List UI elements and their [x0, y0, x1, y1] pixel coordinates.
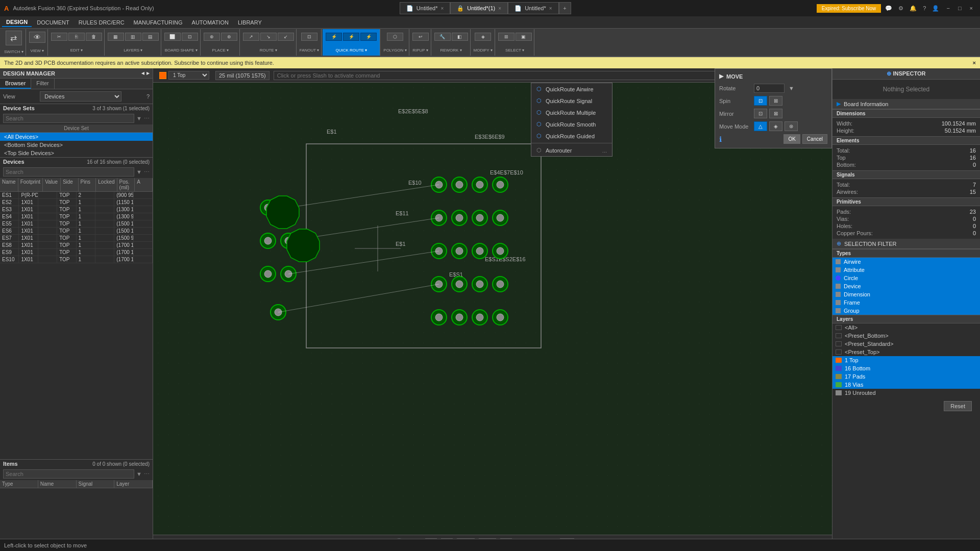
layer-1-top[interactable]: 1 Top [832, 356, 980, 364]
ok-button[interactable]: OK [783, 134, 800, 144]
menu-rules[interactable]: RULES DRC/ERC [75, 18, 129, 27]
filter-airwire[interactable]: Airwire [832, 258, 980, 266]
ripup-btn[interactable]: ↩ [412, 33, 429, 41]
table-row[interactable]: ES91X01TOP1(1700 1... [0, 249, 153, 256]
tab-browser[interactable]: Browser [0, 79, 31, 89]
dm-collapse-icon[interactable]: ▸ [146, 70, 150, 77]
close-button[interactable]: × [967, 4, 976, 12]
route-btn3[interactable]: ↙ [278, 33, 294, 41]
device-sets-search[interactable] [3, 114, 134, 123]
items-search-dropdown[interactable]: ▼ [136, 471, 142, 477]
board-btn2[interactable]: ⊡ [182, 33, 198, 41]
move-expand-icon[interactable]: ▶ [719, 73, 723, 80]
modify-btn[interactable]: ◈ [475, 33, 491, 41]
notification-icon[interactable]: 🔔 [908, 4, 919, 13]
subscribe-button[interactable]: Expired: Subscribe Now [817, 4, 881, 13]
menu-design[interactable]: DESIGN [2, 18, 32, 27]
layer-17-pads[interactable]: 17 Pads [832, 372, 980, 381]
device-sets-more-icon[interactable]: ⋯ [144, 115, 150, 122]
view-btn[interactable]: 👁 [29, 32, 45, 43]
layer-all[interactable]: <All> [832, 323, 980, 332]
selection-filter-header[interactable]: ⊕ SELECTION FILTER [832, 239, 980, 249]
quickroute-btn2[interactable]: ⚡ [343, 33, 359, 41]
tab-1-close[interactable]: × [440, 6, 444, 11]
quickroute-btn1[interactable]: ⚡ [326, 33, 342, 41]
new-tab-button[interactable]: + [559, 2, 571, 14]
device-set-top[interactable]: <Top Side Devices> [0, 149, 153, 157]
board-info-header[interactable]: ▶ Board Information [832, 99, 980, 109]
rework-btn2[interactable]: ◧ [452, 33, 468, 41]
quickroute-multiple-item[interactable]: ⬡ QuickRoute Multiple [531, 107, 612, 118]
quickroute-btn3[interactable]: ⚡ [360, 33, 377, 41]
polygon-btn[interactable]: ⬡ [387, 33, 403, 41]
rotate-dropdown[interactable]: ▼ [789, 85, 794, 91]
route-btn1[interactable]: ↗ [243, 33, 259, 41]
place-btn1[interactable]: ⊕ [204, 33, 220, 41]
tab-3-close[interactable]: × [549, 6, 552, 11]
table-row[interactable]: ES41X01TOP1(1300 9... [0, 213, 153, 220]
route-btn2[interactable]: ↘ [260, 33, 277, 41]
layer-preset-top[interactable]: <Preset_Top> [832, 348, 980, 356]
table-row[interactable]: ES61X01TOP1(1500 1... [0, 228, 153, 235]
devices-more-icon[interactable]: ⋯ [144, 169, 150, 176]
spin-btn-2[interactable]: ⊠ [769, 96, 782, 106]
table-row[interactable]: ES1P(R-PDIP-T8)TOP2(900 950) [0, 192, 153, 199]
user-icon[interactable]: 👤 [930, 4, 941, 13]
menu-document[interactable]: DOCUMENT [33, 18, 74, 27]
layers-btn2[interactable]: ▥ [125, 33, 141, 41]
edit-btn1[interactable]: ✂ [51, 33, 67, 41]
items-more-icon[interactable]: ⋯ [144, 471, 150, 478]
filter-circle[interactable]: Circle [832, 274, 980, 282]
tab-3[interactable]: 📄 Untitled* × [508, 2, 558, 14]
edit-btn2[interactable]: ⎘ [68, 33, 85, 41]
tab-2[interactable]: 🔒 Untitled*(1) × [450, 2, 508, 14]
rotate-input[interactable] [754, 84, 785, 93]
mirror-btn-1[interactable]: ⊡ [754, 109, 767, 118]
filter-attribute[interactable]: Attribute [832, 266, 980, 274]
table-row[interactable]: ES51X01TOP1(1500 1... [0, 220, 153, 228]
info-icon[interactable]: ℹ [719, 135, 722, 143]
tab-2-close[interactable]: × [498, 6, 501, 11]
autorouter-item[interactable]: ⬡ Autorouter ... [531, 144, 612, 156]
quickroute-signal-item[interactable]: ⬡ QuickRoute Signal [531, 95, 612, 107]
canvas-area[interactable]: 1 Top 16 Bottom 25 mil (1075 1575) ▶ [153, 68, 832, 551]
layer-dropdown[interactable]: 1 Top 16 Bottom [168, 71, 209, 80]
table-row[interactable]: ES31X01TOP1(1300 1... [0, 206, 153, 213]
device-set-bottom[interactable]: <Bottom Side Devices> [0, 141, 153, 149]
chat-icon[interactable]: 💬 [883, 4, 894, 13]
view-select[interactable]: Devices Nets Layers [40, 91, 121, 102]
menu-library[interactable]: LIBRARY [234, 18, 266, 27]
place-btn2[interactable]: ⊛ [221, 33, 237, 41]
filter-device[interactable]: Device [832, 282, 980, 290]
help-icon[interactable]: ? [921, 4, 928, 12]
view-help-icon[interactable]: ? [146, 93, 150, 99]
minimize-button[interactable]: − [943, 4, 952, 12]
items-search[interactable] [3, 469, 134, 479]
pcb-canvas[interactable]: E$1 E$2E$5E$8 E$10 E$11 E$1 E$S1 E$3E$6E… [153, 83, 832, 535]
table-row[interactable]: ES81X01TOP1(1700 1... [0, 242, 153, 249]
reset-button[interactable]: Reset [944, 401, 972, 411]
table-row[interactable]: ES101X01TOP1(1700 1... [0, 256, 153, 263]
layers-btn3[interactable]: ▤ [142, 33, 159, 41]
mirror-btn-2[interactable]: ⊠ [769, 109, 782, 118]
layer-19-unrouted[interactable]: 19 Unrouted [832, 389, 980, 397]
spin-btn-1[interactable]: ⊡ [754, 96, 767, 106]
device-set-all[interactable]: <All Devices> [0, 133, 153, 141]
table-row[interactable]: ES71X01TOP1(1500 9... [0, 235, 153, 242]
tab-1[interactable]: 📄 Untitled* × [400, 2, 450, 14]
menu-automation[interactable]: AUTOMATION [188, 18, 233, 27]
board-btn1[interactable]: ⬜ [164, 33, 181, 41]
move-mode-btn-3[interactable]: ⊛ [785, 121, 798, 131]
fanout-btn[interactable]: ⊡ [301, 33, 317, 41]
maximize-button[interactable]: □ [955, 4, 965, 12]
device-sets-search-icon[interactable]: ▼ [136, 115, 142, 121]
cancel-button[interactable]: Cancel [802, 134, 827, 144]
settings-icon[interactable]: ⚙ [896, 4, 905, 13]
layer-preset-standard[interactable]: <Preset_Standard> [832, 340, 980, 348]
devices-search[interactable] [3, 167, 134, 177]
edit-btn3[interactable]: 🗑 [86, 33, 102, 41]
switch-btn[interactable]: ⇄ [6, 31, 22, 45]
quickroute-smooth-item[interactable]: ⬡ QuickRoute Smooth [531, 118, 612, 130]
rework-btn1[interactable]: 🔧 [434, 33, 451, 41]
filter-dimension[interactable]: Dimension [832, 290, 980, 298]
